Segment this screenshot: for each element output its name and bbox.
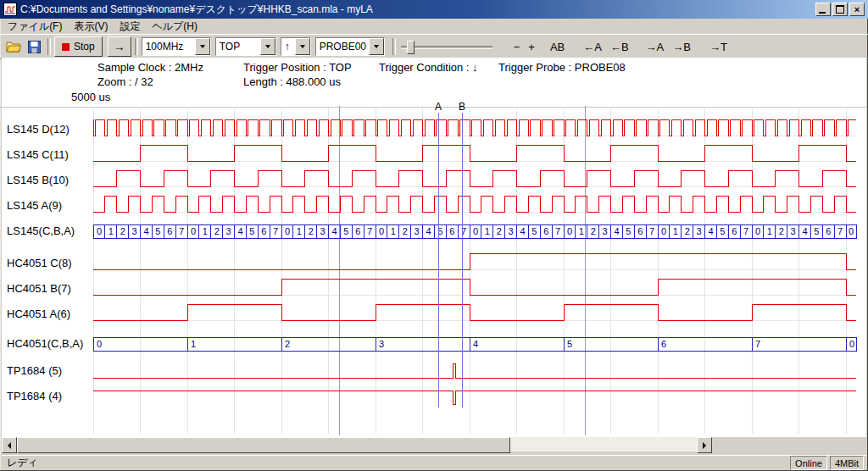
zoom-info: Zoom : / 32 bbox=[97, 75, 153, 88]
scroll-left-button[interactable] bbox=[2, 437, 17, 453]
minimize-icon bbox=[819, 12, 826, 14]
slider-track bbox=[401, 46, 492, 49]
run-arrow-icon: → bbox=[114, 40, 125, 53]
toolbar-button-group: −+AB←A←B→A→B→T bbox=[499, 38, 732, 56]
chevron-down-icon[interactable] bbox=[369, 38, 384, 55]
channel-label: HC4051 C(8) bbox=[7, 257, 72, 269]
close-icon: × bbox=[854, 5, 860, 14]
stop-icon bbox=[62, 43, 70, 51]
channel-label: LS145 D(12) bbox=[7, 123, 70, 136]
horizontal-scrollbar[interactable] bbox=[2, 437, 712, 452]
open-file-button[interactable] bbox=[3, 37, 24, 56]
zoom-slider[interactable] bbox=[399, 38, 494, 55]
toolbar: Stop → 100MHz TOP ↑ PROBE00 −+AB←A←B→A→B… bbox=[0, 34, 868, 59]
stop-label: Stop bbox=[74, 41, 95, 53]
chevron-down-icon[interactable] bbox=[260, 38, 275, 55]
status-memory: 4MBit bbox=[830, 456, 864, 470]
status-bar: レディ Online 4MBit bbox=[2, 455, 866, 470]
minimize-button[interactable] bbox=[815, 3, 831, 16]
cursor-a-label[interactable]: A bbox=[432, 101, 444, 113]
toolbar-button-3[interactable]: ←A bbox=[579, 38, 606, 56]
trigger-edge-value: ↑ bbox=[281, 41, 295, 53]
save-file-button[interactable] bbox=[24, 37, 44, 56]
trigger-position-info: Trigger Position : TOP bbox=[243, 61, 352, 74]
channel-label: LS145 A(9) bbox=[7, 199, 62, 212]
maximize-button[interactable] bbox=[832, 3, 848, 16]
menu-bar: ファイル(F)表示(V)設定ヘルプ(H) bbox=[0, 19, 868, 34]
toolbar-button-2[interactable]: AB bbox=[546, 38, 569, 56]
menu-item-2[interactable]: 設定 bbox=[114, 19, 146, 35]
toolbar-button-5[interactable]: →A bbox=[642, 38, 669, 56]
chevron-down-icon[interactable] bbox=[195, 38, 210, 55]
channel-label: LS145 B(10) bbox=[7, 174, 69, 186]
channel-label: LS145(C,B,A) bbox=[7, 224, 75, 237]
trigger-position-value: TOP bbox=[216, 41, 260, 53]
channel-label: HC4051 A(6) bbox=[7, 308, 70, 320]
waveform-view[interactable] bbox=[2, 58, 866, 437]
save-floppy-icon bbox=[28, 41, 41, 53]
toolbar-button-7[interactable]: →T bbox=[705, 38, 732, 56]
toolbar-separator bbox=[392, 38, 396, 55]
channel-label: TP1684 (5) bbox=[7, 364, 62, 377]
close-button[interactable]: × bbox=[849, 3, 865, 16]
probe-value: PROBE00 bbox=[316, 41, 369, 53]
scroll-row bbox=[2, 437, 866, 452]
toolbar-button-6[interactable]: →B bbox=[668, 38, 695, 56]
trigger-probe-info: Trigger Probe : PROBE08 bbox=[498, 61, 626, 74]
trigger-condition-info: Trigger Condition : ↓ bbox=[379, 61, 478, 74]
open-folder-icon bbox=[6, 41, 21, 53]
channel-label: HC4051 B(7) bbox=[7, 282, 71, 295]
toolbar-separator bbox=[135, 38, 138, 55]
scrollbar-thumb[interactable] bbox=[17, 437, 510, 453]
status-message: レディ bbox=[2, 456, 38, 470]
app-window: C:¥Documents and Settings¥noname¥デスクトップ¥… bbox=[0, 0, 868, 471]
channel-label: HC4051(C,B,A) bbox=[7, 337, 83, 350]
length-info: Length : 488.000 us bbox=[243, 75, 341, 88]
status-online: Online bbox=[790, 456, 827, 470]
app-icon bbox=[3, 3, 17, 16]
trigger-edge-combo[interactable]: ↑ bbox=[281, 37, 311, 56]
channel-label: LS145 C(11) bbox=[7, 148, 69, 161]
stop-button[interactable]: Stop bbox=[54, 36, 103, 57]
window-title: C:¥Documents and Settings¥noname¥デスクトップ¥… bbox=[20, 3, 812, 17]
toolbar-separator bbox=[47, 38, 51, 55]
run-button[interactable]: → bbox=[108, 36, 131, 57]
menu-item-3[interactable]: ヘルプ(H) bbox=[146, 19, 203, 35]
menu-item-0[interactable]: ファイル(F) bbox=[2, 19, 68, 35]
timebase-label: 5000 us bbox=[71, 91, 110, 103]
toolbar-button-4[interactable]: ←B bbox=[606, 38, 633, 56]
scroll-right-button[interactable] bbox=[697, 437, 712, 453]
sample-clock-combo[interactable]: 100MHz bbox=[142, 37, 211, 56]
maximize-icon bbox=[836, 5, 844, 14]
toolbar-button-0[interactable]: − bbox=[509, 38, 525, 56]
title-bar[interactable]: C:¥Documents and Settings¥noname¥デスクトップ¥… bbox=[0, 0, 868, 19]
chevron-down-icon[interactable] bbox=[295, 38, 310, 55]
menu-item-1[interactable]: 表示(V) bbox=[68, 19, 114, 35]
slider-handle[interactable] bbox=[407, 41, 415, 54]
sample-clock-value: 100MHz bbox=[142, 41, 195, 53]
scrollbar-track[interactable] bbox=[17, 437, 697, 452]
sample-clock-info: Sample Clock : 2MHz bbox=[97, 61, 203, 74]
cursor-b-label[interactable]: B bbox=[456, 101, 468, 113]
toolbar-button-1[interactable]: + bbox=[524, 38, 539, 56]
trigger-position-combo[interactable]: TOP bbox=[215, 37, 276, 56]
arrow-right-icon bbox=[703, 442, 706, 449]
channel-label: TP1684 (4) bbox=[7, 390, 62, 402]
probe-combo[interactable]: PROBE00 bbox=[315, 37, 385, 56]
arrow-left-icon bbox=[8, 442, 11, 449]
